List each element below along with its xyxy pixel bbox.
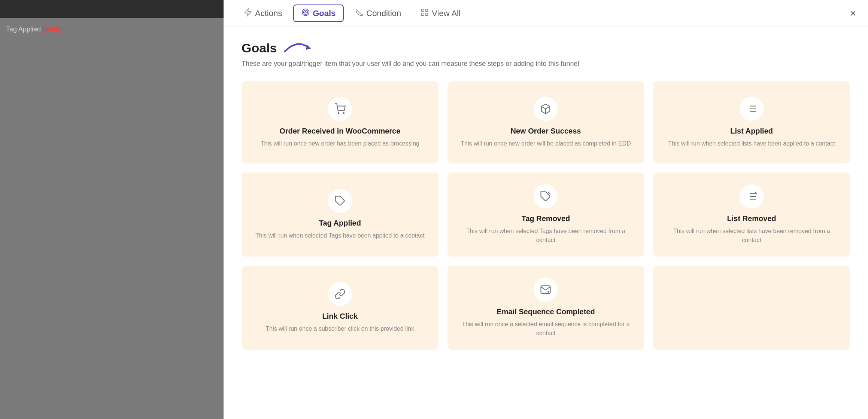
goals-icon: [301, 8, 310, 18]
close-button[interactable]: ×: [850, 8, 856, 19]
goal-icon-tag-removed: [534, 184, 558, 208]
tab-actions-label: Actions: [255, 9, 282, 18]
goal-title-tag-removed: Tag Removed: [522, 214, 570, 223]
goal-card-order-woocommerce[interactable]: Order Received in WooCommerce This will …: [242, 81, 438, 163]
draft-status: (draft): [43, 25, 62, 33]
tab-goals[interactable]: Goals: [293, 4, 344, 22]
goal-title-list-applied: List Applied: [730, 127, 773, 135]
top-bar: [0, 0, 224, 18]
tab-condition-label: Condition: [366, 9, 401, 18]
goal-title-link-click: Link Click: [322, 312, 358, 321]
actions-icon: [244, 8, 252, 18]
bg-label: Tag Applied (draft): [6, 25, 218, 33]
svg-point-2: [304, 10, 308, 15]
svg-point-3: [305, 12, 306, 13]
svg-point-9: [338, 113, 339, 114]
goal-card-link-click[interactable]: Link Click This will run once a subscrib…: [242, 266, 438, 350]
goal-desc-new-order-success: This will run once new order will be pla…: [461, 139, 631, 148]
goal-card-new-order-success[interactable]: New Order Success This will run once new…: [447, 81, 644, 163]
goal-desc-link-click: This will run once a subscriber click on…: [266, 324, 415, 333]
goal-desc-tag-removed: This will run when selected Tags have be…: [458, 227, 634, 245]
arrow-icon: [283, 40, 313, 55]
tab-condition[interactable]: Condition: [347, 4, 409, 22]
goal-card-placeholder: [653, 266, 850, 350]
goal-desc-list-removed: This will run when selected lists have b…: [664, 227, 840, 245]
main-panel: Actions Goals Condition: [224, 0, 868, 419]
goal-icon-order-woocommerce: [328, 97, 352, 121]
page-title-row: Goals: [242, 40, 850, 55]
tab-view-all-label: View All: [432, 9, 461, 18]
goal-icon-email-sequence: [534, 278, 558, 302]
tab-actions[interactable]: Actions: [236, 4, 290, 22]
goal-icon-list-applied: [740, 97, 764, 121]
goal-desc-tag-applied: This will run when selected Tags have be…: [255, 231, 425, 240]
goal-desc-email-sequence: This will run once a selected email sequ…: [458, 320, 634, 338]
svg-rect-6: [425, 13, 428, 15]
goal-title-list-removed: List Removed: [727, 214, 776, 223]
goal-icon-list-removed: [740, 184, 764, 208]
background-panel: Tag Applied (draft): [0, 0, 224, 419]
goal-title-tag-applied: Tag Applied: [319, 219, 361, 227]
svg-rect-5: [425, 9, 428, 12]
svg-rect-7: [422, 13, 424, 15]
svg-point-1: [302, 9, 309, 16]
svg-point-10: [343, 113, 345, 114]
goal-title-email-sequence: Email Sequence Completed: [497, 308, 595, 316]
goal-card-list-removed[interactable]: List Removed This will run when selected…: [653, 172, 850, 257]
main-content: Goals These are your goal/trigger item t…: [224, 27, 868, 419]
top-nav: Actions Goals Condition: [224, 0, 868, 27]
tab-goals-label: Goals: [313, 9, 336, 18]
svg-marker-0: [245, 9, 251, 16]
tab-view-all[interactable]: View All: [412, 4, 469, 22]
goal-desc-list-applied: This will run when selected lists have b…: [668, 139, 835, 148]
page-subtitle: These are your goal/trigger item that yo…: [242, 60, 850, 68]
goal-card-tag-applied[interactable]: Tag Applied This will run when selected …: [242, 172, 438, 257]
view-all-icon: [421, 8, 429, 18]
goal-icon-tag-applied: [328, 189, 352, 213]
page-title: Goals: [242, 41, 277, 55]
goal-title-new-order-success: New Order Success: [511, 127, 581, 135]
goal-title-order-woocommerce: Order Received in WooCommerce: [279, 127, 400, 135]
goal-card-list-applied[interactable]: List Applied This will run when selected…: [653, 81, 850, 163]
goal-desc-order-woocommerce: This will run once new order has been pl…: [261, 139, 419, 148]
goal-icon-new-order-success: [534, 97, 558, 121]
goal-card-tag-removed[interactable]: Tag Removed This will run when selected …: [447, 172, 644, 257]
svg-rect-4: [422, 9, 424, 12]
goals-grid: Order Received in WooCommerce This will …: [242, 81, 850, 350]
condition-icon: [355, 8, 363, 18]
svg-line-20: [548, 192, 550, 194]
goal-icon-link-click: [328, 282, 352, 306]
goal-card-email-sequence[interactable]: Email Sequence Completed This will run o…: [447, 266, 644, 350]
